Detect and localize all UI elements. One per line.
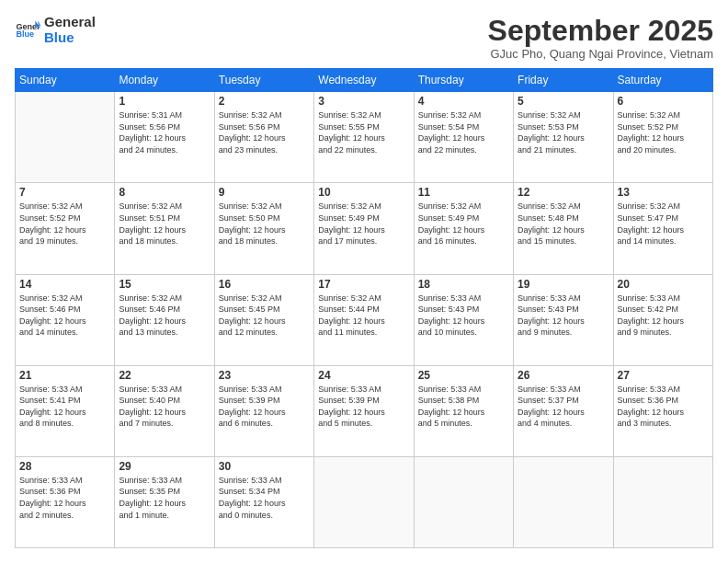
day-number: 3 [318,95,409,108]
day-info: Sunrise: 5:33 AM Sunset: 5:39 PM Dayligh… [219,384,310,430]
calendar-cell-0-1: 1Sunrise: 5:31 AM Sunset: 5:56 PM Daylig… [115,92,214,183]
day-info: Sunrise: 5:32 AM Sunset: 5:49 PM Dayligh… [318,201,409,247]
day-number: 25 [418,369,509,382]
day-number: 20 [618,278,709,291]
calendar-table: Sunday Monday Tuesday Wednesday Thursday… [15,68,713,548]
calendar-cell-4-1: 29Sunrise: 5:33 AM Sunset: 5:35 PM Dayli… [115,456,214,547]
day-info: Sunrise: 5:32 AM Sunset: 5:46 PM Dayligh… [19,293,110,339]
calendar-cell-2-3: 17Sunrise: 5:32 AM Sunset: 5:44 PM Dayli… [314,274,414,365]
calendar-cell-4-4 [414,456,513,547]
day-number: 22 [119,369,210,382]
day-number: 14 [19,278,110,291]
day-number: 28 [19,460,110,473]
calendar-cell-3-1: 22Sunrise: 5:33 AM Sunset: 5:40 PM Dayli… [115,365,214,456]
day-info: Sunrise: 5:32 AM Sunset: 5:53 PM Dayligh… [518,109,609,155]
day-info: Sunrise: 5:33 AM Sunset: 5:34 PM Dayligh… [219,475,310,521]
day-number: 5 [518,95,609,108]
day-number: 17 [318,278,409,291]
day-number: 13 [618,186,709,199]
calendar-cell-0-3: 3Sunrise: 5:32 AM Sunset: 5:55 PM Daylig… [314,92,414,183]
day-info: Sunrise: 5:32 AM Sunset: 5:46 PM Dayligh… [119,293,210,339]
day-number: 10 [318,186,409,199]
calendar-cell-4-2: 30Sunrise: 5:33 AM Sunset: 5:34 PM Dayli… [214,456,313,547]
location-subtitle: GJuc Pho, Quang Ngai Province, Vietnam [488,47,713,61]
day-info: Sunrise: 5:33 AM Sunset: 5:41 PM Dayligh… [19,384,110,430]
calendar-cell-4-3 [314,456,414,547]
calendar-cell-1-6: 13Sunrise: 5:32 AM Sunset: 5:47 PM Dayli… [613,183,712,274]
calendar-cell-2-0: 14Sunrise: 5:32 AM Sunset: 5:46 PM Dayli… [16,274,115,365]
header-saturday: Saturday [613,69,712,92]
calendar-cell-3-0: 21Sunrise: 5:33 AM Sunset: 5:41 PM Dayli… [16,365,115,456]
calendar-cell-3-3: 24Sunrise: 5:33 AM Sunset: 5:39 PM Dayli… [314,365,414,456]
day-number: 30 [219,460,310,473]
day-number: 24 [318,369,409,382]
day-number: 6 [618,95,709,108]
day-info: Sunrise: 5:33 AM Sunset: 5:35 PM Dayligh… [119,475,210,521]
logo-blue: Blue [44,30,96,46]
day-number: 8 [119,186,210,199]
header-sunday: Sunday [16,69,115,92]
day-info: Sunrise: 5:32 AM Sunset: 5:44 PM Dayligh… [318,293,409,339]
day-number: 1 [119,95,210,108]
day-number: 27 [618,369,709,382]
day-info: Sunrise: 5:32 AM Sunset: 5:47 PM Dayligh… [618,201,709,247]
calendar-cell-1-4: 11Sunrise: 5:32 AM Sunset: 5:49 PM Dayli… [414,183,513,274]
day-number: 21 [19,369,110,382]
day-info: Sunrise: 5:33 AM Sunset: 5:37 PM Dayligh… [518,384,609,430]
day-number: 26 [518,369,609,382]
weekday-header-row: Sunday Monday Tuesday Wednesday Thursday… [16,69,713,92]
day-info: Sunrise: 5:33 AM Sunset: 5:42 PM Dayligh… [618,293,709,339]
day-info: Sunrise: 5:32 AM Sunset: 5:50 PM Dayligh… [219,201,310,247]
day-info: Sunrise: 5:33 AM Sunset: 5:38 PM Dayligh… [418,384,509,430]
day-info: Sunrise: 5:32 AM Sunset: 5:49 PM Dayligh… [418,201,509,247]
day-info: Sunrise: 5:32 AM Sunset: 5:51 PM Dayligh… [119,201,210,247]
day-info: Sunrise: 5:33 AM Sunset: 5:36 PM Dayligh… [618,384,709,430]
svg-text:Blue: Blue [16,29,34,39]
day-number: 7 [19,186,110,199]
day-number: 2 [219,95,310,108]
day-info: Sunrise: 5:33 AM Sunset: 5:40 PM Dayligh… [119,384,210,430]
day-number: 29 [119,460,210,473]
calendar-cell-2-6: 20Sunrise: 5:33 AM Sunset: 5:42 PM Dayli… [613,274,712,365]
day-number: 15 [119,278,210,291]
calendar-cell-2-4: 18Sunrise: 5:33 AM Sunset: 5:43 PM Dayli… [414,274,513,365]
day-info: Sunrise: 5:32 AM Sunset: 5:52 PM Dayligh… [618,109,709,155]
day-info: Sunrise: 5:32 AM Sunset: 5:45 PM Dayligh… [219,293,310,339]
calendar-cell-1-3: 10Sunrise: 5:32 AM Sunset: 5:49 PM Dayli… [314,183,414,274]
day-info: Sunrise: 5:32 AM Sunset: 5:48 PM Dayligh… [518,201,609,247]
calendar-cell-3-5: 26Sunrise: 5:33 AM Sunset: 5:37 PM Dayli… [514,365,613,456]
calendar-cell-1-2: 9Sunrise: 5:32 AM Sunset: 5:50 PM Daylig… [214,183,313,274]
calendar-cell-4-5 [514,456,613,547]
week-row-3: 14Sunrise: 5:32 AM Sunset: 5:46 PM Dayli… [16,274,713,365]
day-info: Sunrise: 5:32 AM Sunset: 5:52 PM Dayligh… [19,201,110,247]
day-number: 12 [518,186,609,199]
day-info: Sunrise: 5:33 AM Sunset: 5:39 PM Dayligh… [318,384,409,430]
calendar-cell-4-0: 28Sunrise: 5:33 AM Sunset: 5:36 PM Dayli… [16,456,115,547]
day-number: 4 [418,95,509,108]
day-info: Sunrise: 5:31 AM Sunset: 5:56 PM Dayligh… [119,109,210,155]
week-row-5: 28Sunrise: 5:33 AM Sunset: 5:36 PM Dayli… [16,456,713,547]
title-block: September 2025 GJuc Pho, Quang Ngai Prov… [488,15,713,61]
month-title: September 2025 [488,15,713,47]
day-number: 18 [418,278,509,291]
header-wednesday: Wednesday [314,69,414,92]
week-row-4: 21Sunrise: 5:33 AM Sunset: 5:41 PM Dayli… [16,365,713,456]
header-friday: Friday [514,69,613,92]
calendar-cell-3-2: 23Sunrise: 5:33 AM Sunset: 5:39 PM Dayli… [214,365,313,456]
logo: General Blue General Blue [15,15,96,45]
day-info: Sunrise: 5:32 AM Sunset: 5:56 PM Dayligh… [219,109,310,155]
calendar-cell-1-5: 12Sunrise: 5:32 AM Sunset: 5:48 PM Dayli… [514,183,613,274]
calendar-cell-3-6: 27Sunrise: 5:33 AM Sunset: 5:36 PM Dayli… [613,365,712,456]
calendar-cell-3-4: 25Sunrise: 5:33 AM Sunset: 5:38 PM Dayli… [414,365,513,456]
day-info: Sunrise: 5:32 AM Sunset: 5:55 PM Dayligh… [318,109,409,155]
calendar-cell-2-1: 15Sunrise: 5:32 AM Sunset: 5:46 PM Dayli… [115,274,214,365]
calendar-cell-0-6: 6Sunrise: 5:32 AM Sunset: 5:52 PM Daylig… [613,92,712,183]
day-number: 23 [219,369,310,382]
logo-general: General [44,15,96,30]
day-info: Sunrise: 5:33 AM Sunset: 5:43 PM Dayligh… [518,293,609,339]
calendar-cell-1-0: 7Sunrise: 5:32 AM Sunset: 5:52 PM Daylig… [16,183,115,274]
calendar-cell-0-0 [16,92,115,183]
day-info: Sunrise: 5:33 AM Sunset: 5:43 PM Dayligh… [418,293,509,339]
day-number: 11 [418,186,509,199]
week-row-2: 7Sunrise: 5:32 AM Sunset: 5:52 PM Daylig… [16,183,713,274]
